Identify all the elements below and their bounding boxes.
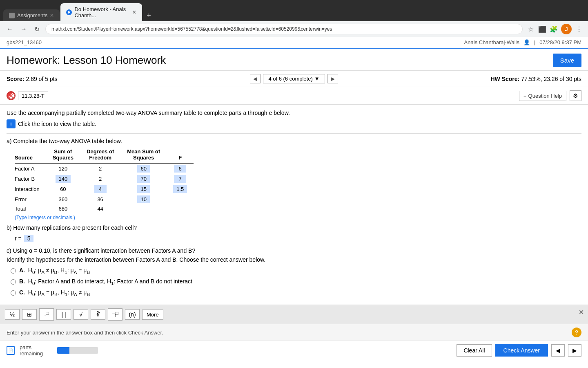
choice-b: B. H0: Factor A and B do interact, H1: F… xyxy=(11,278,581,286)
prev-question-button[interactable]: ◀ xyxy=(250,74,261,83)
toolbar-close-button[interactable]: ✕ xyxy=(579,308,584,316)
puzzle-icon[interactable]: 🧩 xyxy=(550,25,558,33)
more-button[interactable]: More xyxy=(142,310,163,320)
score-bar: Score: 2.89 of 5 pts ◀ 4 of 6 (6 complet… xyxy=(0,71,588,87)
chevron-down-icon[interactable]: ▼ xyxy=(314,76,320,82)
cell-ms-b[interactable]: 70 xyxy=(120,174,167,184)
question-tools: ≡ Question Help ⚙ xyxy=(519,90,581,101)
settings-button[interactable]: ⚙ xyxy=(570,90,581,101)
tab-assignments[interactable]: Assignments ✕ xyxy=(3,9,60,21)
answer-instruction: Enter your answer in the answer box and … xyxy=(7,330,163,336)
prev-arrow-button[interactable]: ◀ xyxy=(551,344,565,357)
matrix-button[interactable]: ⊞ xyxy=(22,309,37,320)
type-hint[interactable]: (Type integers or decimals.) xyxy=(15,215,581,220)
fraction-button[interactable]: ½ xyxy=(5,309,20,320)
cell-f-int[interactable]: 1.5 xyxy=(167,184,194,194)
course-label: gbs221_13460 xyxy=(7,39,42,45)
extension-icon[interactable]: ⬛ xyxy=(538,25,546,33)
part-b-label: b) How many replications are present for… xyxy=(7,224,581,231)
user-icon: 👤 xyxy=(523,39,530,45)
choice-a: A. H0: μA ≠ μB, H1: μA = μB xyxy=(11,267,581,275)
table-row: Interaction 60 4 15 1.5 xyxy=(15,184,194,194)
cell-ss-a: 120 xyxy=(46,164,80,174)
cell-df-b: 2 xyxy=(80,174,120,184)
new-tab-button[interactable]: + xyxy=(143,10,154,21)
user-avatar[interactable]: J xyxy=(561,24,572,34)
cell-ms-err[interactable]: 10 xyxy=(120,194,167,204)
question-nav-label: 4 of 6 (6 complete) ▼ xyxy=(263,74,325,83)
cell-ss-tot: 680 xyxy=(46,204,80,213)
progress-bar-fill xyxy=(57,347,69,354)
cell-f-b[interactable]: 7 xyxy=(167,174,194,184)
progress-bar xyxy=(57,347,98,354)
tab-homework-close[interactable]: ✕ xyxy=(132,9,136,15)
choice-b-radio[interactable] xyxy=(11,279,16,285)
reload-button[interactable]: ↻ xyxy=(33,25,41,34)
absolute-button[interactable]: | | xyxy=(56,309,71,320)
choice-c-radio[interactable] xyxy=(11,290,16,296)
tab-homework[interactable]: P Do Homework - Anais Chanth... ✕ xyxy=(60,3,142,21)
cell-df-int[interactable]: 4 xyxy=(80,184,120,194)
page-header: Homework: Lesson 10 Homework Save xyxy=(0,49,588,71)
browser-chrome: Assignments ✕ P Do Homework - Anais Chan… xyxy=(0,0,588,21)
save-button[interactable]: Save xyxy=(553,54,581,67)
part-a-label: a) Complete the two-way ANOVA table belo… xyxy=(7,138,581,144)
choice-a-label: A. H0: μA ≠ μB, H1: μA = μB xyxy=(19,267,90,275)
cell-source-b: Factor B xyxy=(15,174,46,184)
cell-f-a[interactable]: 6 xyxy=(167,164,194,174)
cell-source-int: Interaction xyxy=(15,184,46,194)
sqrt-button[interactable]: √ xyxy=(74,309,88,320)
cell-df-a: 2 xyxy=(80,164,120,174)
back-button[interactable]: ← xyxy=(5,25,15,34)
help-circle-icon[interactable]: ? xyxy=(572,328,581,337)
choice-c-label: C. H0: μA = μB, H1: μA ≠ μB xyxy=(19,289,90,297)
parts-doc-icon: 📄 xyxy=(7,346,15,355)
superscript-button[interactable]: □□ xyxy=(108,308,122,321)
identify-text: Identify the hypotheses for the interact… xyxy=(7,256,581,263)
homework-tab-icon: P xyxy=(66,9,72,15)
col-f: F xyxy=(167,148,194,164)
question-id: 11.3.28-T xyxy=(7,91,48,100)
parens-button[interactable]: (n) xyxy=(125,309,140,320)
clear-all-button[interactable]: Clear All xyxy=(457,344,492,357)
cell-df-err: 36 xyxy=(80,194,120,204)
score-nav: ◀ 4 of 6 (6 complete) ▼ ▶ xyxy=(250,74,338,83)
next-question-button[interactable]: ▶ xyxy=(327,74,338,83)
tab-assignments-label: Assignments xyxy=(17,12,47,18)
part-c-label: c) Using α = 0.10, is there significant … xyxy=(7,247,581,254)
cell-source-a: Factor A xyxy=(15,164,46,174)
hw-score-value: 77.53%, 23.26 of 30 pts xyxy=(521,76,581,82)
cell-ss-b[interactable]: 140 xyxy=(46,174,80,184)
cell-ss-int: 60 xyxy=(46,184,80,194)
cell-ss-err: 360 xyxy=(46,194,80,204)
forward-button[interactable]: → xyxy=(19,25,29,34)
info-icon[interactable]: i xyxy=(7,119,16,128)
menu-icon[interactable]: ⋮ xyxy=(575,25,583,33)
dot-button[interactable]: ·□ xyxy=(39,308,54,321)
tab-assignments-close[interactable]: ✕ xyxy=(50,13,54,18)
bottom-bar: 📄 partsremaining Clear All Check Answer … xyxy=(0,341,588,360)
address-bar: ← → ↻ ☆ ⬛ 🧩 J ⋮ xyxy=(0,21,588,37)
choice-a-radio[interactable] xyxy=(11,268,16,274)
cell-df-tot: 44 xyxy=(80,204,120,213)
r-line: r = 5 xyxy=(15,235,581,242)
cbrt-button[interactable]: ∛ xyxy=(91,309,105,320)
date-label: 07/28/20 9:37 PM xyxy=(539,39,581,45)
anova-table: Source Sum ofSquares Degrees ofFreedom M… xyxy=(15,148,194,213)
cell-ms-a[interactable]: 60 xyxy=(120,164,167,174)
r-value-field[interactable]: 5 xyxy=(24,235,34,242)
choice-c: C. H0: μA = μB, H1: μA ≠ μB xyxy=(11,289,581,297)
check-answer-button[interactable]: Check Answer xyxy=(495,344,548,357)
question-status-icon xyxy=(7,91,16,100)
math-toolbar: ½ ⊞ ·□ | | √ ∛ □□ (n) More ✕ xyxy=(0,305,588,324)
table-row: Factor B 140 2 70 7 xyxy=(15,174,194,184)
tab-homework-label: Do Homework - Anais Chanth... xyxy=(74,6,130,18)
choice-b-label: B. H0: Factor A and B do interact, H1: F… xyxy=(19,278,192,286)
next-arrow-button[interactable]: ▶ xyxy=(568,344,581,357)
star-icon[interactable]: ☆ xyxy=(527,25,535,33)
content-area: Use the accompanying partially completed… xyxy=(0,105,588,305)
question-help-button[interactable]: ≡ Question Help xyxy=(519,91,566,101)
cell-ms-int[interactable]: 15 xyxy=(120,184,167,194)
cell-f-err xyxy=(167,194,194,204)
address-input[interactable] xyxy=(45,24,523,34)
